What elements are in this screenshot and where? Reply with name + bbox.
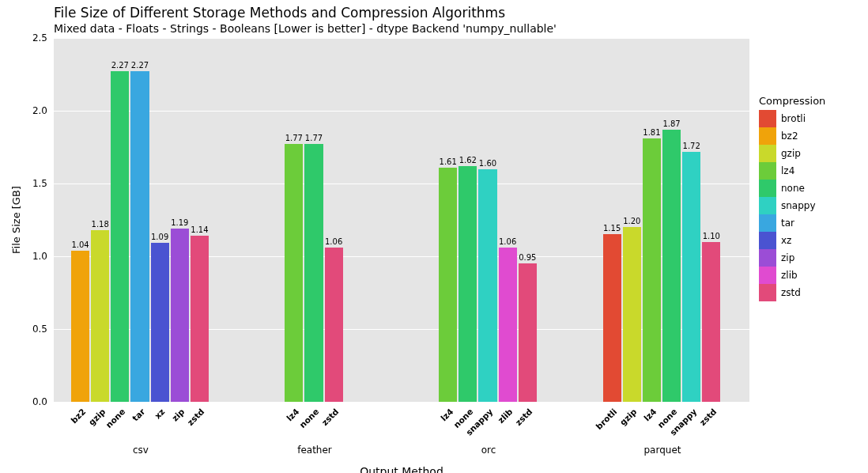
bar-value-label: 1.04 bbox=[71, 240, 89, 249]
bar-csv-tar bbox=[130, 71, 149, 402]
legend-label: none bbox=[781, 183, 805, 194]
bar-parquet-snappy bbox=[682, 152, 700, 402]
y-tick-label: 2.5 bbox=[16, 32, 47, 44]
compression-tick-label: brotli bbox=[594, 407, 618, 431]
legend-label: gzip bbox=[781, 148, 801, 159]
plot-area: File Size [GB] 1.041.182.272.271.091.191… bbox=[54, 38, 749, 402]
compression-tick-label: none bbox=[104, 407, 126, 429]
bar-parquet-none bbox=[662, 130, 681, 402]
y-tick-label: 1.5 bbox=[16, 178, 47, 189]
legend-item-snappy: snappy bbox=[759, 197, 825, 214]
bar-value-label: 1.60 bbox=[479, 159, 496, 168]
bar-value-label: 1.06 bbox=[325, 237, 342, 246]
legend-swatch bbox=[759, 249, 776, 267]
bar-value-label: 1.14 bbox=[191, 225, 208, 234]
compression-tick-label: gzip bbox=[618, 407, 639, 427]
y-gridline bbox=[54, 402, 749, 403]
legend-item-none: none bbox=[759, 180, 825, 197]
compression-tick-label: tar bbox=[130, 407, 147, 423]
legend-item-zstd: zstd bbox=[759, 284, 825, 301]
bar-csv-zip bbox=[171, 229, 189, 402]
figure: File Size of Different Storage Methods a… bbox=[0, 0, 868, 473]
bar-value-label: 1.20 bbox=[623, 217, 640, 225]
y-tick-label: 0.0 bbox=[16, 396, 47, 407]
bar-value-label: 1.61 bbox=[440, 157, 457, 166]
bar-value-label: 1.09 bbox=[151, 233, 168, 241]
bars-layer: 1.041.182.272.271.091.191.141.771.771.06… bbox=[54, 38, 749, 402]
bar-parquet-gzip bbox=[623, 227, 641, 402]
method-group-label: feather bbox=[297, 445, 332, 456]
compression-tick-label: zstd bbox=[514, 407, 534, 427]
bar-value-label: 1.18 bbox=[92, 220, 109, 229]
compression-tick-label: xz bbox=[153, 407, 167, 421]
bar-csv-zstd bbox=[191, 236, 209, 402]
compression-tick-label: lz4 bbox=[642, 407, 659, 423]
bar-value-label: 1.77 bbox=[285, 134, 303, 142]
legend-swatch bbox=[759, 110, 776, 127]
chart-title: File Size of Different Storage Methods a… bbox=[54, 5, 505, 21]
method-group-label: parquet bbox=[643, 445, 681, 456]
legend-swatch bbox=[759, 284, 776, 301]
legend-label: brotli bbox=[781, 113, 806, 124]
legend-item-lz4: lz4 bbox=[759, 162, 825, 180]
y-tick-label: 2.0 bbox=[16, 105, 47, 116]
bar-value-label: 0.95 bbox=[519, 253, 536, 262]
compression-tick-label: zlib bbox=[496, 407, 514, 425]
y-axis-label: File Size [GB] bbox=[10, 186, 22, 254]
legend-item-gzip: gzip bbox=[759, 145, 825, 162]
bar-value-label: 1.06 bbox=[499, 237, 516, 246]
legend-item-zlib: zlib bbox=[759, 267, 825, 284]
legend-item-zip: zip bbox=[759, 249, 825, 267]
compression-tick-label: zstd bbox=[186, 407, 206, 427]
bar-orc-zstd bbox=[519, 263, 537, 402]
chart-subtitle: Mixed data - Floats - Strings - Booleans… bbox=[54, 22, 557, 35]
legend-label: xz bbox=[781, 235, 791, 246]
legend-label: lz4 bbox=[781, 165, 794, 176]
bar-value-label: 1.62 bbox=[459, 156, 477, 165]
compression-tick-label: lz4 bbox=[439, 407, 455, 423]
bar-value-label: 2.27 bbox=[111, 61, 129, 70]
bar-parquet-lz4 bbox=[643, 138, 661, 402]
legend-swatch bbox=[759, 232, 776, 249]
legend-swatch bbox=[759, 180, 776, 197]
bar-orc-lz4 bbox=[439, 168, 457, 402]
bar-orc-zlib bbox=[499, 248, 517, 402]
bar-value-label: 2.27 bbox=[131, 61, 149, 70]
legend-label: zlib bbox=[781, 270, 798, 281]
bar-csv-none bbox=[111, 71, 129, 402]
compression-tick-label: bz2 bbox=[69, 407, 87, 425]
bar-feather-zstd bbox=[325, 248, 343, 402]
bar-feather-none bbox=[304, 144, 323, 402]
compression-tick-label: zip bbox=[170, 407, 187, 423]
bar-csv-bz2 bbox=[71, 251, 89, 402]
bar-orc-snappy bbox=[478, 169, 496, 402]
compression-tick-label: zstd bbox=[320, 407, 341, 427]
bar-value-label: 1.87 bbox=[662, 119, 680, 128]
method-group-label: orc bbox=[481, 445, 496, 456]
bar-orc-none bbox=[459, 166, 477, 402]
legend-swatch bbox=[759, 214, 776, 232]
legend-label: bz2 bbox=[781, 131, 798, 142]
compression-tick-label: gzip bbox=[86, 407, 107, 427]
legend-label: tar bbox=[781, 218, 794, 229]
compression-tick-label: none bbox=[297, 407, 320, 429]
legend-item-bz2: bz2 bbox=[759, 127, 825, 145]
y-tick-label: 0.5 bbox=[16, 324, 47, 335]
compression-tick-label: zstd bbox=[697, 407, 718, 427]
legend-item-tar: tar bbox=[759, 214, 825, 232]
legend-swatch bbox=[759, 145, 776, 162]
bar-value-label: 1.81 bbox=[643, 128, 660, 137]
compression-tick-label: lz4 bbox=[285, 407, 301, 423]
bar-value-label: 1.72 bbox=[683, 142, 700, 150]
legend-label: snappy bbox=[781, 200, 816, 211]
legend-title: Compression bbox=[759, 95, 825, 107]
bar-parquet-brotli bbox=[603, 234, 621, 402]
bar-value-label: 1.10 bbox=[703, 232, 720, 240]
bar-parquet-zstd bbox=[702, 242, 720, 402]
y-tick-label: 1.0 bbox=[16, 251, 47, 262]
bar-value-label: 1.19 bbox=[171, 218, 188, 227]
legend-swatch bbox=[759, 162, 776, 180]
legend-swatch bbox=[759, 267, 776, 284]
legend: Compression brotlibz2gziplz4nonesnappyta… bbox=[759, 95, 825, 301]
method-group-label: csv bbox=[133, 445, 149, 456]
